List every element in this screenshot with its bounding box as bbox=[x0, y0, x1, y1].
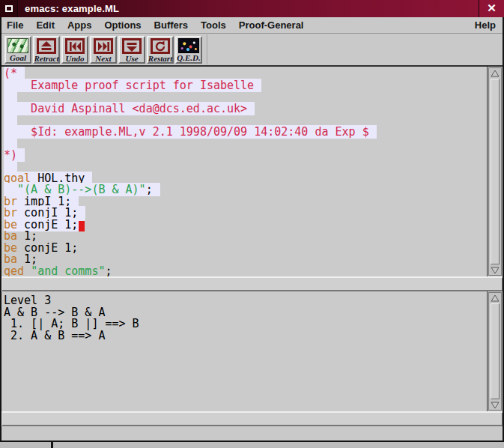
toolbar-button-use[interactable]: Use bbox=[118, 36, 145, 64]
skip-back-icon bbox=[65, 38, 85, 54]
code-line: be conjE 1; bbox=[4, 220, 487, 231]
text-cursor bbox=[79, 221, 85, 231]
scroll-up-icon[interactable] bbox=[489, 293, 501, 303]
code-line: be conjE 1; bbox=[4, 243, 487, 255]
restart-arrows-icon bbox=[151, 38, 170, 54]
toolbar-button-restart[interactable]: Restart bbox=[147, 36, 174, 64]
menu-item-proof-general[interactable]: Proof-General bbox=[239, 19, 304, 31]
goals-modeline: --**-XEmacs: *Inferior isabelle-goals* (… bbox=[1, 411, 503, 426]
goals-buffer-text: Level 3A & B --> B & A 1. [| A; B |] ==>… bbox=[4, 295, 487, 342]
code-line bbox=[4, 138, 487, 150]
script-scrollbar-trough[interactable] bbox=[488, 67, 502, 276]
window-bottom-frame bbox=[0, 441, 504, 448]
scroll-down-icon[interactable] bbox=[489, 265, 501, 275]
eject-up-icon bbox=[37, 38, 56, 54]
frame-body: FileEditAppsOptionsBuffersToolsProof-Gen… bbox=[0, 17, 504, 441]
code-line: qed "and_comms"; bbox=[4, 266, 487, 277]
toolbar-button-qed[interactable]: Q.E.D. bbox=[175, 36, 202, 64]
toolbar-button-label: Next bbox=[95, 55, 111, 63]
goals-scrollbar[interactable] bbox=[487, 291, 503, 411]
toolbar-buttons: GoalRetractUndoNextUseRestartQ.E.D. bbox=[4, 34, 203, 64]
scroll-down-icon[interactable] bbox=[489, 400, 501, 410]
minibuffer[interactable] bbox=[1, 426, 503, 441]
menu-item-help[interactable]: Help bbox=[475, 19, 496, 31]
goals-line: 2. A & B ==> A bbox=[4, 330, 487, 342]
menu-item-tools[interactable]: Tools bbox=[201, 19, 226, 31]
skip-forward-icon bbox=[94, 38, 113, 54]
script-modeline: -----XEmacs: example.ML (Isabelle script… bbox=[1, 276, 503, 291]
menubar-items: FileEditAppsOptionsBuffersToolsProof-Gen… bbox=[7, 19, 316, 31]
code-line: Example proof script for Isabelle bbox=[4, 80, 487, 92]
toolbar-button-label: Use bbox=[125, 55, 138, 63]
script-buffer-row: (* Example proof script for Isabelle Dav… bbox=[1, 67, 503, 276]
toolbar: GoalRetractUndoNextUseRestartQ.E.D. bbox=[1, 34, 503, 67]
script-buffer[interactable]: (* Example proof script for Isabelle Dav… bbox=[1, 67, 487, 276]
titlebar[interactable]: emacs: example.ML ✕ bbox=[0, 0, 504, 17]
code-line: *) bbox=[4, 150, 487, 162]
goals-buffer[interactable]: Level 3A & B --> B & A 1. [| A; B |] ==>… bbox=[1, 291, 487, 411]
script-scrollbar[interactable] bbox=[487, 67, 503, 276]
menu-item-edit[interactable]: Edit bbox=[36, 19, 55, 31]
xemacs-window: emacs: example.ML ✕ FileEditAppsOptionsB… bbox=[0, 0, 504, 448]
toolbar-separator bbox=[207, 34, 208, 64]
toolbar-button-goal[interactable]: Goal bbox=[4, 36, 31, 64]
goal-scroll-icon bbox=[7, 38, 28, 53]
toolbar-button-next[interactable]: Next bbox=[90, 36, 117, 64]
menubar: FileEditAppsOptionsBuffersToolsProof-Gen… bbox=[1, 17, 503, 34]
fireworks-icon bbox=[178, 38, 199, 53]
menu-item-apps[interactable]: Apps bbox=[67, 19, 92, 31]
goals-modeline-text: --**-XEmacs: *Inferior isabelle-goals* (… bbox=[43, 425, 503, 426]
close-button[interactable]: ✕ bbox=[479, 0, 504, 17]
menu-item-buffers[interactable]: Buffers bbox=[154, 19, 189, 31]
bottom-frame-divider bbox=[51, 442, 53, 448]
menu-item-file[interactable]: File bbox=[7, 19, 23, 31]
toolbar-button-label: Restart bbox=[148, 55, 172, 63]
goals-scrollbar-trough[interactable] bbox=[488, 292, 502, 411]
toolbar-button-label: Goal bbox=[10, 54, 26, 62]
window-menu-icon bbox=[5, 5, 13, 12]
close-icon: ✕ bbox=[487, 1, 497, 14]
toolbar-button-retract[interactable]: Retract bbox=[33, 36, 60, 64]
code-line: $Id: example.ML,v 2.1 1998/09/09 14:02:4… bbox=[4, 127, 487, 139]
window-title: emacs: example.ML bbox=[18, 0, 479, 17]
eject-down-icon bbox=[122, 38, 142, 54]
scroll-up-icon[interactable] bbox=[489, 68, 501, 78]
script-buffer-text: (* Example proof script for Isabelle Dav… bbox=[4, 68, 487, 276]
toolbar-button-label: Q.E.D. bbox=[177, 54, 200, 62]
toolbar-button-label: Retract bbox=[34, 55, 59, 63]
goals-buffer-row: Level 3A & B --> B & A 1. [| A; B |] ==>… bbox=[1, 291, 503, 411]
code-line: David Aspinall <da@dcs.ed.ac.uk> bbox=[4, 103, 487, 115]
bottom-frame-strip bbox=[0, 442, 504, 448]
window-menu-button[interactable] bbox=[0, 0, 18, 17]
script-scrollbar-thumb[interactable] bbox=[491, 79, 500, 264]
toolbar-button-label: Undo bbox=[65, 55, 84, 63]
goals-scrollbar-thumb[interactable] bbox=[491, 303, 500, 399]
toolbar-button-undo[interactable]: Undo bbox=[61, 36, 88, 64]
menu-item-options[interactable]: Options bbox=[104, 19, 141, 31]
